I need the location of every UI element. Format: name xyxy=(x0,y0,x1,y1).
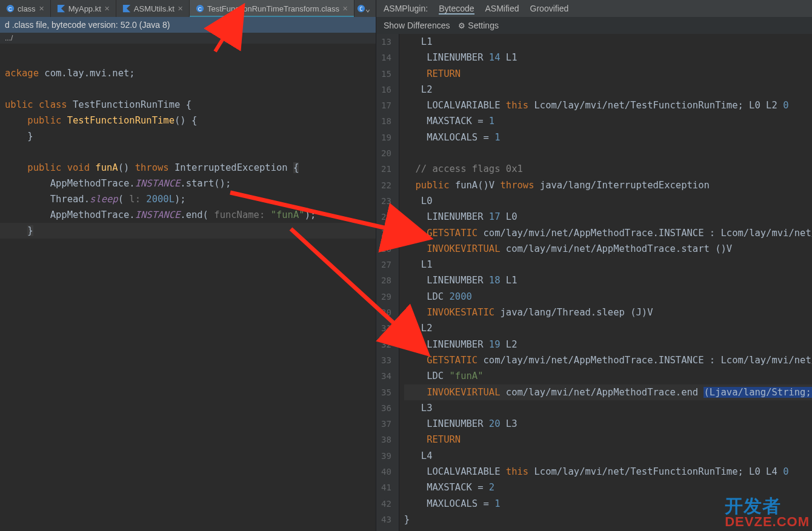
bytecode-line: LINENUMBER 18 L1 xyxy=(404,272,812,288)
bytecode-line: LINENUMBER 20 L3 xyxy=(404,416,812,432)
bytecode-line: LDC 2000 xyxy=(404,289,812,305)
plugin-label: ASMPlugin: xyxy=(384,4,428,13)
bytecode-line: L2 xyxy=(404,82,812,97)
code-line xyxy=(0,81,376,97)
gutter-line: 25 xyxy=(381,225,391,241)
plugin-tab-asmified[interactable]: ASMified xyxy=(485,4,519,15)
bytecode-code[interactable]: L1 LINENUMBER 14 L1 RETURN L2 LOCALVARIA… xyxy=(399,34,812,531)
bytecode-line: L3 xyxy=(404,400,812,416)
gutter-line: 30 xyxy=(381,305,391,320)
code-line: AppMethodTrace.INSTANCE.end( funcName: "… xyxy=(0,207,376,223)
svg-text:C: C xyxy=(8,6,12,12)
gutter-line: 27 xyxy=(381,257,391,272)
bytecode-line: INVOKEVIRTUAL com/lay/mvi/net/AppMethodT… xyxy=(404,241,812,257)
code-line: } xyxy=(0,128,376,144)
plugin-tab-groovified[interactable]: Groovified xyxy=(530,4,569,15)
bytecode-line: LINENUMBER 14 L1 xyxy=(404,50,812,65)
svg-text:C: C xyxy=(359,6,362,12)
bytecode-line: // access flags 0x1 xyxy=(404,161,812,177)
gutter-line: 40 xyxy=(381,464,391,480)
gear-icon: ⚙ xyxy=(458,21,465,30)
plugin-toolbar: Show Differences ⚙ Settings xyxy=(376,17,812,34)
gutter-line: 28 xyxy=(381,272,391,288)
settings-button[interactable]: ⚙ Settings xyxy=(458,21,498,30)
code-line: public void funA() throws InterruptedExc… xyxy=(0,160,376,176)
gutter-line: 14 xyxy=(381,50,391,65)
gutter-line: 41 xyxy=(381,480,391,495)
editor-tab[interactable]: MyApp.kt✕ xyxy=(51,0,116,17)
gutter-line: 34 xyxy=(381,368,391,384)
editor-tab[interactable]: CTestFunctionRunTimeTransform.class✕ xyxy=(190,0,354,17)
code-line xyxy=(0,144,376,160)
bytecode-line: LINENUMBER 17 L0 xyxy=(404,209,812,225)
gutter-line: 23 xyxy=(381,193,391,209)
tab-label: MyApp.kt xyxy=(68,4,101,13)
gutter-line: 21 xyxy=(381,161,391,177)
code-line: ackage com.lay.mvi.net; xyxy=(0,65,376,81)
show-diff-button[interactable]: Show Differences xyxy=(384,21,450,30)
gutter-line: 43 xyxy=(381,512,391,527)
gutter-line: 17 xyxy=(381,97,391,113)
gutter-line: 38 xyxy=(381,432,391,447)
gutter-line: 42 xyxy=(381,496,391,512)
close-icon[interactable]: ✕ xyxy=(178,5,183,13)
gutter-line: 29 xyxy=(381,289,391,305)
tab-label: ASMUtils.kt xyxy=(134,4,175,13)
bytecode-line: LOCALVARIABLE this Lcom/lay/mvi/net/Test… xyxy=(404,464,812,480)
bytecode-line: RETURN xyxy=(404,432,812,447)
bytecode-line: L2 xyxy=(404,320,812,336)
bytecode-line: LOCALVARIABLE this Lcom/lay/mvi/net/Test… xyxy=(404,97,812,113)
gutter-line: 37 xyxy=(381,416,391,432)
tab-label: class xyxy=(18,4,36,13)
source-code-area[interactable]: ackage com.lay.mvi.net; ublic class Test… xyxy=(0,44,376,239)
bytecode-line: L4 xyxy=(404,448,812,464)
gutter-line: 24 xyxy=(381,209,391,225)
tabs-overflow-button[interactable]: C⌄ xyxy=(354,0,373,17)
gutter-line: 33 xyxy=(381,352,391,368)
gutter-line: 15 xyxy=(381,66,391,82)
code-line: ublic class TestFunctionRunTime { xyxy=(0,97,376,113)
code-line: Thread.sleep( l: 2000L); xyxy=(0,191,376,207)
gutter-line: 31 xyxy=(381,320,391,336)
close-icon[interactable]: ✕ xyxy=(104,5,110,13)
close-icon[interactable]: ✕ xyxy=(39,5,44,13)
bytecode-line: MAXSTACK = 2 xyxy=(404,480,812,495)
bytecode-line: GETSTATIC com/lay/mvi/net/AppMethodTrace… xyxy=(404,225,812,241)
code-line xyxy=(0,50,376,65)
close-icon[interactable]: ✕ xyxy=(342,5,348,13)
editor-tab[interactable]: Cclass✕ xyxy=(0,0,51,17)
bytecode-view[interactable]: 1314151617181920212223242526272829303132… xyxy=(376,34,812,531)
gutter-line: 13 xyxy=(381,34,391,50)
gutter-line: 39 xyxy=(381,448,391,464)
gutter-line: 26 xyxy=(381,241,391,257)
code-line: AppMethodTrace.INSTANCE.start(); xyxy=(0,176,376,191)
bytecode-line: public funA()V throws java/lang/Interrup… xyxy=(404,177,812,193)
bytecode-line xyxy=(404,145,812,161)
bytecode-line: INVOKEVIRTUAL com/lay/mvi/net/AppMethodT… xyxy=(404,384,812,400)
gutter-line: 36 xyxy=(381,400,391,416)
breadcrumb: .../ xyxy=(0,33,376,44)
chevron-down-icon: ⌄ xyxy=(365,4,370,13)
gutter-line: 32 xyxy=(381,337,391,352)
bytecode-line: LINENUMBER 19 L2 xyxy=(404,337,812,352)
code-line: public TestFunctionRunTime() { xyxy=(0,113,376,128)
plugin-tab-bar: ASMPlugin: BytecodeASMifiedGroovified xyxy=(376,0,812,17)
bytecode-line: LDC "funA" xyxy=(404,368,812,384)
code-line: } xyxy=(0,223,376,239)
line-gutter: 1314151617181920212223242526272829303132… xyxy=(376,34,399,531)
editor-tab[interactable]: ASMUtils.kt✕ xyxy=(116,0,190,17)
bytecode-line: RETURN xyxy=(404,66,812,82)
gutter-line: 19 xyxy=(381,130,391,145)
gutter-line: 18 xyxy=(381,113,391,129)
gutter-line: 16 xyxy=(381,82,391,97)
asm-plugin-panel: ASMPlugin: BytecodeASMifiedGroovified Sh… xyxy=(376,0,812,531)
plugin-tab-bytecode[interactable]: Bytecode xyxy=(439,4,474,15)
bytecode-line: MAXSTACK = 1 xyxy=(404,113,812,129)
left-editor-panel: Cclass✕MyApp.kt✕ASMUtils.kt✕CTestFunctio… xyxy=(0,0,376,531)
bytecode-line: MAXLOCALS = 1 xyxy=(404,130,812,145)
gutter-line: 22 xyxy=(381,177,391,193)
class-info-bar: d .class file, bytecode version: 52.0 (J… xyxy=(0,17,376,33)
gutter-line: 20 xyxy=(381,145,391,161)
tab-label: TestFunctionRunTimeTransform.class xyxy=(207,4,339,13)
bytecode-line: INVOKESTATIC java/lang/Thread.sleep (J)V xyxy=(404,305,812,320)
